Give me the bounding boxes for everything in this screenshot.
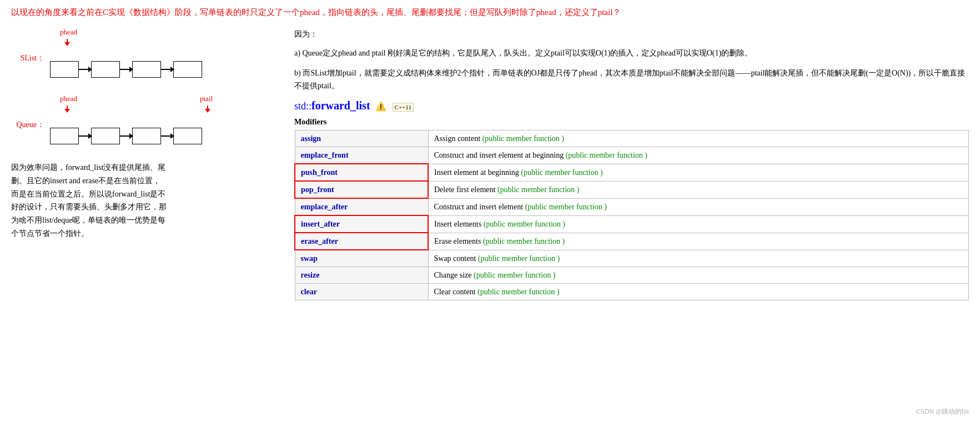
slist-node-3	[132, 61, 161, 78]
modifiers-label: Modifiers	[294, 118, 969, 127]
table-row: emplace_frontConstruct and insert elemen…	[295, 147, 969, 164]
method-link[interactable]: assign	[301, 134, 321, 143]
page-container: 以现在的角度来看之前在C实现《数据结构》阶段，写单链表的时只定义了一个phead…	[0, 0, 980, 306]
method-desc-cell: Construct and insert element at beginnin…	[428, 147, 969, 164]
method-name-cell[interactable]: emplace_front	[295, 147, 428, 164]
queue-arrow-3	[160, 135, 174, 137]
fl-std-prefix: std::	[294, 101, 311, 112]
method-tag: (public member function )	[478, 254, 560, 263]
method-desc-cell: Clear content (public member function )	[428, 284, 969, 300]
fl-heading: std::forward_list ⚠️ C++11	[294, 99, 969, 112]
methods-table: assignAssign content (public member func…	[294, 130, 969, 300]
slist-diagram: SList： phead	[11, 28, 278, 78]
method-name-cell[interactable]: pop_front	[295, 181, 428, 198]
queue-phead-arrow-line	[67, 105, 68, 112]
queue-node-1	[50, 128, 79, 144]
method-name-cell[interactable]: emplace_after	[295, 198, 428, 215]
table-row: pop_frontDelete first element (public me…	[295, 181, 969, 198]
method-tag: (public member function )	[521, 168, 602, 177]
method-tag: (public member function )	[484, 220, 565, 228]
fl-name: forward_list	[311, 99, 370, 112]
method-desc-cell: Construct and insert element (public mem…	[428, 198, 969, 215]
slist-node-2	[91, 61, 120, 78]
method-link[interactable]: pop_front	[301, 185, 334, 194]
method-link[interactable]: emplace_front	[301, 151, 349, 159]
slist-nodes	[50, 61, 202, 78]
table-row: clearClear content (public member functi…	[295, 284, 969, 300]
method-tag: (public member function )	[525, 203, 607, 211]
method-tag: (public member function )	[483, 134, 564, 143]
method-desc-cell: Delete first element (public member func…	[428, 181, 969, 198]
slist-node-4	[173, 61, 202, 78]
reason-a: a) Queue定义phead and ptail 刚好满足它的结构，它是队尾入…	[294, 47, 969, 60]
method-desc-cell: Swap content (public member function )	[428, 250, 969, 267]
warning-icon: ⚠️	[375, 102, 386, 111]
method-desc-cell: Change size (public member function )	[428, 267, 969, 284]
table-row: emplace_afterConstruct and insert elemen…	[295, 198, 969, 215]
queue-arrow-1	[78, 135, 92, 137]
queue-nodes	[50, 128, 202, 144]
method-tag: (public member function )	[497, 185, 579, 194]
queue-ptail-label: ptail	[200, 94, 213, 103]
watermark: CSDN @跳动的bit	[916, 407, 969, 416]
method-desc-cell: Insert elements (public member function …	[428, 215, 969, 233]
bottom-left-text: 因为效率问题，forward_list没有提供尾插、尾删。且它的insert a…	[11, 161, 167, 240]
left-panel: SList： phead	[11, 28, 278, 300]
method-tag: (public member function )	[474, 271, 555, 279]
method-link[interactable]: swap	[301, 254, 318, 263]
method-tag: (public member function )	[566, 151, 647, 159]
right-panel: 因为： a) Queue定义phead and ptail 刚好满足它的结构，它…	[278, 28, 969, 300]
queue-ptail-arrow-line	[207, 105, 208, 112]
queue-phead-label: phead	[60, 94, 77, 103]
slist-phead-arrowhead	[64, 42, 70, 46]
slist-phead-arrow-line	[67, 39, 68, 46]
method-link[interactable]: resize	[301, 271, 320, 279]
reason-intro: 因为：	[294, 28, 969, 41]
queue-phead-arrowhead	[64, 109, 70, 113]
method-link[interactable]: push_front	[301, 168, 338, 177]
method-name-cell[interactable]: insert_after	[295, 215, 428, 233]
method-link[interactable]: insert_after	[301, 220, 340, 228]
slist-arrow-2	[119, 69, 133, 70]
method-desc-cell: Erase elements (public member function )	[428, 233, 969, 250]
cpp-badge: C++11	[393, 103, 414, 112]
table-row: push_frontInsert element at beginning (p…	[295, 164, 969, 181]
queue-label: Queue：	[11, 120, 44, 130]
method-desc-cell: Assign content (public member function )	[428, 130, 969, 147]
queue-arrow-2	[119, 135, 133, 137]
method-link[interactable]: clear	[301, 288, 318, 296]
method-name-cell[interactable]: push_front	[295, 164, 428, 181]
method-name-cell[interactable]: clear	[295, 284, 428, 300]
method-name-cell[interactable]: swap	[295, 250, 428, 267]
method-name-cell[interactable]: assign	[295, 130, 428, 147]
method-link[interactable]: erase_after	[301, 237, 338, 245]
method-tag: (public member function )	[483, 237, 565, 245]
method-name-cell[interactable]: resize	[295, 267, 428, 284]
method-name-cell[interactable]: erase_after	[295, 233, 428, 250]
queue-diagram: Queue： phead ptail	[11, 94, 278, 144]
table-row: erase_afterErase elements (public member…	[295, 233, 969, 250]
main-layout: SList： phead	[11, 28, 969, 300]
queue-node-4	[173, 128, 202, 144]
method-link[interactable]: emplace_after	[301, 203, 348, 211]
slist-arrow-1	[78, 69, 92, 70]
table-row: assignAssign content (public member func…	[295, 130, 969, 147]
table-row: insert_afterInsert elements (public memb…	[295, 215, 969, 233]
slist-arrow-3	[160, 69, 174, 70]
queue-node-3	[132, 128, 161, 144]
slist-phead-label: phead	[60, 28, 77, 37]
table-row: resizeChange size (public member functio…	[295, 267, 969, 284]
top-description: 以现在的角度来看之前在C实现《数据结构》阶段，写单链表的时只定义了一个phead…	[11, 6, 969, 19]
slist-label: SList：	[11, 53, 44, 63]
reason-b: b) 而SList增加ptail，就需要定义成结构体来维护2个指针，而单链表的O…	[294, 67, 969, 93]
table-row: swapSwap content (public member function…	[295, 250, 969, 267]
method-desc-cell: Insert element at beginning (public memb…	[428, 164, 969, 181]
queue-node-2	[91, 128, 120, 144]
slist-node-1	[50, 61, 79, 78]
queue-ptail-arrowhead	[205, 109, 210, 113]
method-tag: (public member function )	[478, 288, 559, 296]
